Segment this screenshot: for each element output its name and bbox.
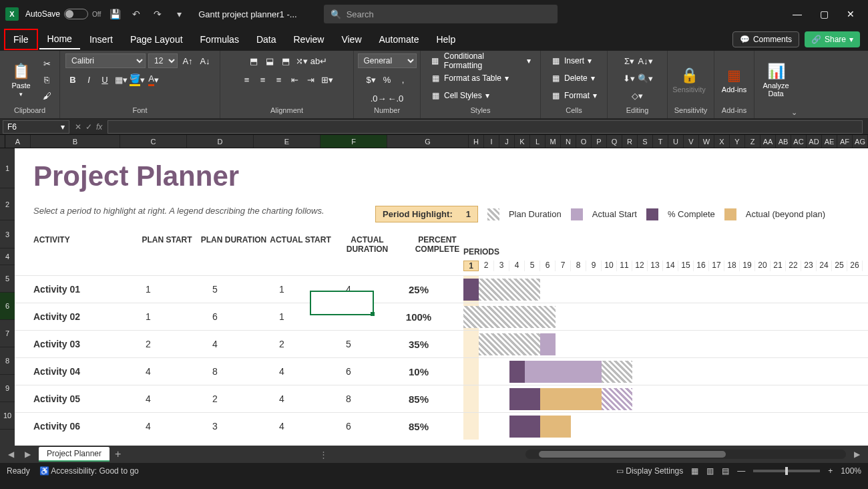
comments-button[interactable]: 💬Comments — [732, 31, 799, 47]
increase-indent-icon[interactable]: ⇥ — [304, 72, 318, 87]
col-header-AB[interactable]: AB — [776, 135, 791, 148]
page-layout-view-icon[interactable]: ▥ — [706, 466, 714, 476]
percent-icon[interactable]: % — [380, 72, 395, 87]
align-top-icon[interactable]: ⬒ — [246, 53, 261, 68]
zoom-level[interactable]: 100% — [841, 466, 861, 476]
analyze-data-button[interactable]: 📊Analyze Data — [760, 57, 792, 104]
sort-filter-icon[interactable]: A↓▾ — [638, 53, 652, 68]
tab-options-icon[interactable]: ⋮ — [319, 450, 328, 460]
zoom-in-icon[interactable]: + — [828, 466, 833, 476]
qat-more-icon[interactable]: ▾ — [172, 7, 186, 21]
font-family-select[interactable]: Calibri — [65, 53, 146, 68]
row-header-1[interactable]: 1 — [0, 148, 15, 188]
table-row[interactable]: Activity 01 1 5 1 4 25% — [15, 275, 868, 303]
format-cells-button[interactable]: ▦Format ▾ — [546, 88, 601, 103]
save-icon[interactable]: 💾 — [107, 7, 122, 21]
col-header-AA[interactable]: AA — [761, 135, 776, 148]
add-sheet-icon[interactable]: + — [115, 448, 121, 460]
col-header-N[interactable]: N — [561, 135, 576, 148]
col-header-AE[interactable]: AE — [822, 135, 837, 148]
col-header-G[interactable]: G — [387, 135, 469, 148]
col-header-C[interactable]: C — [120, 135, 187, 148]
col-header-H[interactable]: H — [469, 135, 484, 148]
normal-view-icon[interactable]: ▦ — [691, 466, 698, 476]
tab-page-layout[interactable]: Page Layout — [122, 30, 191, 49]
underline-button[interactable]: U — [97, 72, 112, 87]
bold-button[interactable]: B — [65, 72, 80, 87]
display-settings-button[interactable]: ▭ Display Settings — [616, 466, 683, 476]
tab-automate[interactable]: Automate — [371, 30, 427, 49]
next-sheet-icon[interactable]: ▶ — [22, 448, 33, 460]
collapse-ribbon-icon[interactable]: ⌄ — [791, 108, 797, 117]
redo-icon[interactable]: ↷ — [150, 7, 165, 21]
row-header-7[interactable]: 7 — [0, 320, 15, 347]
col-header-V[interactable]: V — [684, 135, 699, 148]
row-header-4[interactable]: 4 — [0, 249, 15, 265]
tab-data[interactable]: Data — [248, 30, 284, 49]
col-header-AF[interactable]: AF — [837, 135, 853, 148]
undo-icon[interactable]: ↶ — [129, 7, 144, 21]
prev-sheet-icon[interactable]: ◀ — [5, 448, 17, 460]
col-header-X[interactable]: X — [714, 135, 730, 148]
number-format-select[interactable]: General — [358, 53, 417, 68]
merge-button[interactable]: ⊞▾ — [320, 72, 335, 87]
maximize-button[interactable]: ▢ — [817, 7, 831, 21]
fx-icon[interactable]: fx — [96, 122, 102, 132]
col-header-B[interactable]: B — [31, 135, 120, 148]
borders-button[interactable]: ▦▾ — [114, 72, 128, 87]
table-row[interactable]: Activity 06 4 3 4 6 85% — [15, 412, 868, 440]
table-row[interactable]: Activity 03 2 4 2 5 35% — [15, 330, 868, 357]
row-header-9[interactable]: 9 — [0, 375, 15, 402]
col-header-K[interactable]: K — [515, 135, 530, 148]
tab-review[interactable]: Review — [286, 30, 333, 49]
decrease-indent-icon[interactable]: ⇤ — [288, 72, 302, 87]
page-break-view-icon[interactable]: ▤ — [722, 466, 729, 476]
zoom-slider[interactable] — [753, 470, 820, 472]
increase-decimal-icon[interactable]: .0→ — [371, 91, 387, 106]
col-header-D[interactable]: D — [187, 135, 254, 148]
col-header-AG[interactable]: AG — [853, 135, 868, 148]
sheet-tab-active[interactable]: Project Planner — [39, 447, 110, 462]
table-row[interactable]: Activity 04 4 8 4 6 10% — [15, 357, 868, 385]
share-button[interactable]: 🔗Share▾ — [805, 31, 860, 47]
tab-help[interactable]: Help — [428, 30, 463, 49]
worksheet[interactable]: Project Planner Select a period to highl… — [15, 148, 868, 446]
insert-cells-button[interactable]: ▦Insert ▾ — [546, 53, 596, 68]
table-row[interactable]: Activity 05 4 2 4 8 85% — [15, 385, 868, 412]
formula-input[interactable] — [107, 120, 863, 134]
cut-icon[interactable]: ✂ — [39, 57, 54, 71]
align-bottom-icon[interactable]: ⬒ — [278, 53, 293, 68]
table-row[interactable]: Activity 02 1 6 1 100% — [15, 303, 868, 330]
tab-view[interactable]: View — [333, 30, 369, 49]
tab-home[interactable]: Home — [39, 29, 80, 49]
increase-font-icon[interactable]: A↑ — [180, 53, 195, 68]
enter-fx-icon[interactable]: ✓ — [85, 122, 92, 132]
fill-color-button[interactable]: 🪣▾ — [130, 72, 145, 87]
col-header-Y[interactable]: Y — [730, 135, 745, 148]
row-header-8[interactable]: 8 — [0, 347, 15, 375]
align-right-icon[interactable]: ≡ — [272, 72, 286, 87]
clear-icon[interactable]: ◇▾ — [630, 88, 645, 103]
col-header-P[interactable]: P — [592, 135, 607, 148]
scrollbar-thumb[interactable] — [539, 451, 726, 458]
col-header-AC[interactable]: AC — [791, 135, 807, 148]
currency-icon[interactable]: $▾ — [364, 72, 379, 87]
col-header-J[interactable]: J — [499, 135, 515, 148]
row-header-5[interactable]: 5 — [0, 265, 15, 293]
cancel-fx-icon[interactable]: ✕ — [75, 122, 81, 132]
close-button[interactable]: ✕ — [844, 7, 857, 21]
comma-icon[interactable]: , — [396, 72, 411, 87]
scroll-right-icon[interactable]: ▶ — [851, 448, 863, 460]
accessibility-status[interactable]: ♿ Accessibility: Good to go — [39, 466, 139, 476]
col-header-A[interactable]: A — [5, 135, 31, 148]
find-icon[interactable]: 🔍▾ — [638, 71, 653, 86]
minimize-button[interactable]: — — [791, 7, 804, 21]
decrease-decimal-icon[interactable]: ←.0 — [388, 91, 404, 106]
search-box[interactable]: 🔍 Search — [324, 5, 558, 23]
col-header-R[interactable]: R — [622, 135, 638, 148]
col-header-S[interactable]: S — [638, 135, 653, 148]
tab-file[interactable]: File — [4, 29, 38, 50]
col-header-I[interactable]: I — [484, 135, 499, 148]
addins-button[interactable]: ▦Add-ins — [720, 57, 748, 104]
autosave[interactable]: AutoSave Off — [25, 9, 101, 19]
